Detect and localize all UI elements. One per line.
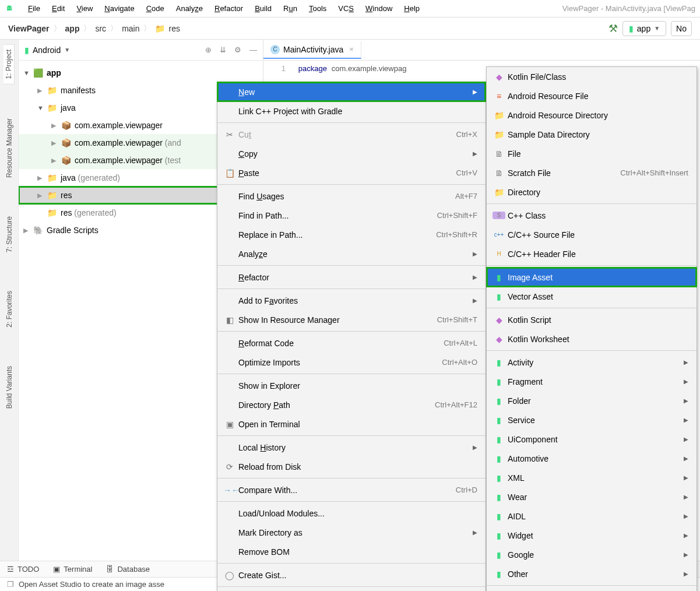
menu-refactor[interactable]: Refactor: [209, 2, 249, 15]
menu-item-reload[interactable]: ⟳Reload from Disk: [217, 457, 486, 476]
menu-item-other[interactable]: ▮Other▶: [487, 564, 697, 583]
menu-analyze[interactable]: Analyze: [170, 2, 209, 15]
menu-item-reformat[interactable]: Reformat CodeCtrl+Alt+L: [217, 333, 486, 353]
menu-item-cut[interactable]: ✂CutCtrl+X: [217, 125, 486, 144]
menu-item-scratch[interactable]: 🗎Scratch FileCtrl+Alt+Shift+Insert: [487, 163, 697, 182]
expand-icon[interactable]: ▶: [37, 87, 45, 94]
menu-item-xml[interactable]: ▮XML▶: [487, 468, 697, 487]
menu-item-fragment[interactable]: ▮Fragment▶: [487, 372, 697, 391]
run-config-picker[interactable]: ▮ app ▼: [622, 21, 666, 36]
expand-icon[interactable]: ▼: [23, 69, 31, 76]
menu-item-compare[interactable]: →←Compare With...Ctrl+D: [217, 480, 486, 499]
menu-item-editorconfig[interactable]: ⚙EditorConfig File: [487, 588, 697, 591]
menu-item-copy[interactable]: Copy▶: [217, 144, 486, 163]
tab-todo[interactable]: ☲TODO: [7, 565, 39, 574]
menu-item-directory-path[interactable]: Directory PathCtrl+Alt+F12: [217, 395, 486, 414]
menu-item-kotlin-file[interactable]: ◆Kotlin File/Class: [487, 67, 697, 86]
tree-node-app[interactable]: ▼ 🟩 app: [19, 64, 263, 82]
menu-item-c-header[interactable]: HC/C++ Header File: [487, 244, 697, 263]
menu-tools[interactable]: Tools: [303, 2, 332, 15]
menu-code[interactable]: Code: [140, 2, 170, 15]
menu-item-optimize[interactable]: Optimize ImportsCtrl+Alt+O: [217, 353, 486, 372]
menu-item-favorites[interactable]: Add to Favorites▶: [217, 291, 486, 310]
breadcrumb-item[interactable]: res: [168, 24, 180, 33]
expand-icon[interactable]: ▶: [51, 122, 59, 129]
tab-database[interactable]: 🗄Database: [106, 565, 150, 574]
tab-project[interactable]: 1: Project: [3, 44, 15, 85]
menu-item-analyze[interactable]: Analyze▶: [217, 244, 486, 263]
menu-item-c-source[interactable]: c++C/C++ Source File: [487, 225, 697, 244]
menu-item-kotlin-script[interactable]: ◆Kotlin Script: [487, 310, 697, 329]
breadcrumb-item[interactable]: main: [122, 24, 139, 33]
gear-icon[interactable]: ⚙: [234, 45, 241, 54]
menu-item-cpp-class[interactable]: SC++ Class: [487, 206, 697, 225]
breadcrumb[interactable]: ViewPager 〉 app 〉 src 〉 main 〉 📁 res: [8, 23, 180, 34]
breadcrumb-item[interactable]: ViewPager: [8, 24, 50, 33]
menu-item-find-in-path[interactable]: Find in Path...Ctrl+Shift+F: [217, 206, 486, 225]
menu-item-vector-asset[interactable]: ▮Vector Asset: [487, 287, 697, 306]
menu-item-local-history[interactable]: Local History▶: [217, 438, 486, 457]
expand-icon[interactable]: ▶: [37, 174, 45, 182]
menu-edit[interactable]: Edit: [46, 2, 71, 15]
breadcrumb-item[interactable]: app: [65, 24, 80, 33]
menu-item-service[interactable]: ▮Service▶: [487, 410, 697, 430]
tab-resource-manager[interactable]: Resource Manager: [4, 114, 15, 182]
menu-item-gist[interactable]: ◯Create Gist...: [217, 565, 486, 585]
menu-item-directory[interactable]: 📁Directory: [487, 182, 697, 202]
menu-item-refactor[interactable]: Refactor▶: [217, 268, 486, 287]
menu-item-google[interactable]: ▮Google▶: [487, 545, 697, 564]
menu-help[interactable]: Help: [398, 2, 425, 15]
tab-terminal[interactable]: ▣Terminal: [53, 565, 92, 574]
menu-window[interactable]: Window: [360, 2, 398, 15]
menu-item-activity[interactable]: ▮Activity▶: [487, 353, 697, 372]
tab-favorites[interactable]: 2: Favorites: [4, 286, 15, 332]
menu-item-widget[interactable]: ▮Widget▶: [487, 526, 697, 545]
hide-icon[interactable]: —: [249, 45, 257, 54]
expand-icon[interactable]: ▶: [23, 227, 31, 234]
menu-file[interactable]: File: [22, 2, 46, 15]
menu-item-aidl[interactable]: ▮AIDL▶: [487, 506, 697, 526]
expand-icon[interactable]: ▶: [37, 192, 45, 199]
locate-icon[interactable]: ⊕: [205, 45, 212, 54]
collapse-icon[interactable]: ⇊: [220, 45, 226, 54]
expand-icon[interactable]: ▶: [51, 157, 59, 164]
menu-item-replace-in-path[interactable]: Replace in Path...Ctrl+Shift+R: [217, 225, 486, 244]
menu-item-new[interactable]: New ▶: [217, 82, 486, 101]
menu-item-wear[interactable]: ▮Wear▶: [487, 487, 697, 506]
menu-item-image-asset[interactable]: ▮Image Asset: [487, 268, 697, 287]
menu-item-paste[interactable]: 📋PasteCtrl+V: [217, 163, 486, 182]
close-icon[interactable]: ×: [349, 45, 354, 54]
menu-vcs[interactable]: VCS: [332, 2, 360, 15]
menu-item-mark-directory[interactable]: Mark Directory as▶: [217, 523, 486, 542]
expand-icon[interactable]: ▶: [51, 139, 59, 147]
expand-icon[interactable]: ▼: [37, 104, 45, 111]
menu-item-convert-kotlin[interactable]: Convert Java File to Kotlin FileCtrl+Alt…: [217, 589, 486, 591]
menu-item-resource-directory[interactable]: 📁Android Resource Directory: [487, 105, 697, 125]
menu-item-find-usages[interactable]: Find UsagesAlt+F7: [217, 187, 486, 206]
menu-item-show-rm[interactable]: ◧Show In Resource ManagerCtrl+Shift+T: [217, 310, 486, 329]
menu-build[interactable]: Build: [249, 2, 277, 15]
run-config-label: app: [637, 24, 650, 33]
tab-structure[interactable]: 7: Structure: [4, 212, 15, 257]
menu-item-folder[interactable]: ▮Folder▶: [487, 391, 697, 410]
menu-item-file[interactable]: 🗎File: [487, 144, 697, 163]
menu-item-automotive[interactable]: ▮Automotive▶: [487, 449, 697, 468]
menu-item-terminal[interactable]: ▣Open in Terminal: [217, 414, 486, 434]
project-view-picker[interactable]: ▮ Android ▼: [24, 45, 70, 55]
menu-item-uicomponent[interactable]: ▮UiComponent▶: [487, 430, 697, 449]
breadcrumb-item[interactable]: src: [95, 24, 106, 33]
menu-item-remove-bom[interactable]: Remove BOM: [217, 542, 486, 561]
editor-tab[interactable]: C MainActivity.java ×: [263, 41, 361, 59]
build-hammer-icon[interactable]: ⚒: [608, 22, 618, 35]
menu-item-resource-file[interactable]: ≡Android Resource File: [487, 86, 697, 105]
menu-item-explorer[interactable]: Show in Explorer: [217, 376, 486, 395]
menu-run[interactable]: Run: [277, 2, 303, 15]
menu-item-load-modules[interactable]: Load/Unload Modules...: [217, 504, 486, 523]
menu-item-link-cpp[interactable]: Link C++ Project with Gradle: [217, 101, 486, 121]
tab-build-variants[interactable]: Build Variants: [4, 361, 15, 413]
device-picker[interactable]: No: [671, 21, 692, 36]
menu-item-kotlin-worksheet[interactable]: ◆Kotlin Worksheet: [487, 329, 697, 349]
menu-view[interactable]: View: [71, 2, 99, 15]
menu-item-sample-data[interactable]: 📁Sample Data Directory: [487, 125, 697, 144]
menu-navigate[interactable]: Navigate: [99, 2, 140, 15]
